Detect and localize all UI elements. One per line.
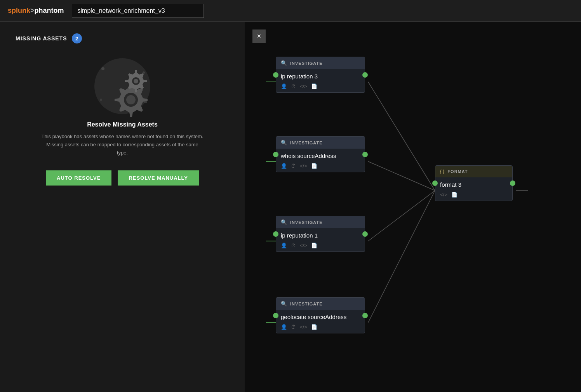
svg-point-2 (143, 71, 145, 74)
doc-icon-4: 📄 (311, 324, 317, 330)
node-format-type: FORMAT (447, 169, 468, 174)
node-1-body: ip reputation 3 👤 ⏱ </> 📄 (276, 69, 365, 92)
node-3-header: 🔍 INVESTIGATE (276, 216, 365, 228)
node-4-body: geolocate sourceAddress 👤 ⏱ </> 📄 (276, 310, 365, 333)
node-connector-right-4 (362, 313, 368, 318)
node-1-type: INVESTIGATE (290, 61, 323, 66)
node-4-icons: 👤 ⏱ </> 📄 (281, 324, 360, 330)
node-geolocate[interactable]: 🔍 INVESTIGATE geolocate sourceAddress 👤 … (276, 297, 365, 333)
search-icon-3: 🔍 (281, 219, 287, 225)
node-format-connector-right (510, 180, 515, 186)
node-ip-reputation-1[interactable]: 🔍 INVESTIGATE ip reputation 1 👤 ⏱ </> 📄 (276, 216, 365, 252)
code-icon-2: </> (300, 163, 307, 169)
node-3-body: ip reputation 1 👤 ⏱ </> 📄 (276, 228, 365, 252)
user-icon-1: 👤 (281, 83, 287, 89)
node-ip-reputation-3[interactable]: 🔍 INVESTIGATE ip reputation 3 👤 ⏱ </> 📄 (276, 57, 365, 93)
playbook-title-input[interactable] (72, 4, 204, 18)
node-whois[interactable]: 🔍 INVESTIGATE whois sourceAddress 👤 ⏱ </… (276, 136, 365, 172)
node-format-3[interactable]: { } FORMAT format 3 </> 📄 (435, 165, 513, 201)
user-icon-3: 👤 (281, 243, 287, 248)
header: splunk>phantom (0, 0, 581, 22)
node-4-name: geolocate sourceAddress (281, 314, 360, 320)
node-connector-right-3 (362, 231, 368, 237)
node-2-type: INVESTIGATE (290, 140, 323, 145)
logo: splunk>phantom (8, 7, 64, 15)
node-1-header: 🔍 INVESTIGATE (276, 57, 365, 69)
gear-illustration (16, 55, 229, 117)
search-icon-1: 🔍 (281, 60, 287, 66)
auto-resolve-button[interactable]: AUTO RESOLVE (46, 170, 111, 186)
node-connector-right-2 (362, 152, 368, 157)
button-row: AUTO RESOLVE RESOLVE MANUALLY (16, 170, 229, 186)
right-panel: × 🔍 INVES (245, 22, 581, 392)
code-icon-1: </> (300, 83, 307, 89)
clock-icon-2: ⏱ (291, 163, 296, 169)
user-icon-2: 👤 (281, 163, 287, 169)
user-icon-4: 👤 (281, 324, 287, 330)
resolve-manually-button[interactable]: RESOLVE MANUALLY (118, 170, 199, 186)
close-icon: × (257, 32, 261, 40)
node-2-body: whois sourceAddress 👤 ⏱ </> 📄 (276, 149, 365, 172)
code-icon-3: </> (300, 243, 307, 248)
doc-icon-2: 📄 (311, 163, 317, 169)
svg-point-1 (101, 67, 104, 70)
node-3-type: INVESTIGATE (290, 220, 323, 225)
node-connector-left-2 (273, 152, 278, 157)
node-2-icons: 👤 ⏱ </> 📄 (281, 163, 360, 169)
node-connector-right-1 (362, 72, 368, 78)
search-icon-2: 🔍 (281, 140, 287, 146)
node-2-name: whois sourceAddress (281, 153, 360, 159)
node-format-body: format 3 </> 📄 (435, 177, 512, 201)
clock-icon-3: ⏱ (291, 243, 296, 248)
doc-icon-1: 📄 (311, 83, 317, 89)
resolve-title: Resolve Missing Assets (16, 121, 229, 128)
svg-line-9 (368, 82, 435, 191)
node-format-name: format 3 (440, 181, 508, 188)
logo-splunk: splunk (8, 7, 30, 14)
svg-line-11 (368, 191, 435, 241)
missing-assets-title: MISSING ASSETS (16, 35, 67, 42)
gear-svg (91, 55, 153, 117)
svg-point-6 (126, 95, 136, 104)
clock-icon-1: ⏱ (291, 83, 296, 89)
node-1-icons: 👤 ⏱ </> 📄 (281, 83, 360, 89)
missing-assets-header: MISSING ASSETS 2 (16, 33, 82, 43)
node-connector-left-4 (273, 313, 278, 318)
node-format-icons: </> 📄 (440, 192, 508, 198)
main-layout: MISSING ASSETS 2 (0, 22, 581, 392)
code-icon-4: </> (300, 324, 307, 330)
missing-assets-badge: 2 (72, 33, 82, 43)
doc-icon-format: 📄 (451, 192, 457, 198)
clock-icon-4: ⏱ (291, 324, 296, 330)
node-3-name: ip reputation 1 (281, 232, 360, 239)
node-format-connector-left (432, 180, 438, 186)
format-braces-icon: { } (440, 169, 444, 174)
left-panel: MISSING ASSETS 2 (0, 22, 245, 392)
node-2-header: 🔍 INVESTIGATE (276, 137, 365, 149)
svg-line-12 (368, 191, 435, 323)
close-button[interactable]: × (252, 29, 266, 43)
node-connector-left-1 (273, 72, 278, 78)
node-connector-left-3 (273, 231, 278, 237)
resolve-desc: This playbook has assets whose names whe… (41, 133, 204, 157)
svg-line-10 (368, 161, 435, 191)
code-icon-format: </> (440, 192, 447, 198)
node-format-header: { } FORMAT (435, 166, 512, 177)
node-4-header: 🔍 INVESTIGATE (276, 298, 365, 310)
node-3-icons: 👤 ⏱ </> 📄 (281, 243, 360, 248)
search-icon-4: 🔍 (281, 301, 287, 307)
doc-icon-3: 📄 (311, 243, 317, 248)
node-1-name: ip reputation 3 (281, 73, 360, 80)
svg-point-8 (134, 79, 138, 83)
node-4-type: INVESTIGATE (290, 302, 323, 306)
svg-point-3 (100, 99, 102, 101)
